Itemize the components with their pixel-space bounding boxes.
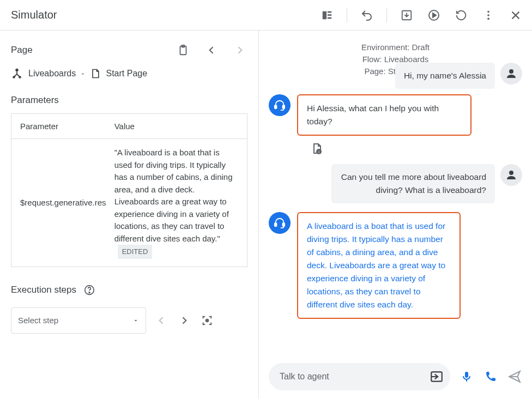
- edited-chip: EDITED: [118, 245, 153, 259]
- clipboard-icon[interactable]: [176, 43, 191, 58]
- breadcrumb-flow[interactable]: Liveaboards: [28, 69, 76, 78]
- svg-rect-3: [328, 17, 331, 19]
- agent-message-row: A liveaboard is a boat that is used for …: [269, 212, 522, 319]
- focus-icon[interactable]: [200, 313, 215, 328]
- submit-icon[interactable]: [430, 370, 444, 384]
- phone-icon[interactable]: [483, 369, 498, 384]
- svg-point-16: [206, 319, 209, 322]
- breadcrumb: Liveaboards - Start Page: [11, 68, 247, 80]
- user-message-row: Hi, my name's Alessia: [269, 63, 522, 89]
- agent-avatar: [269, 212, 291, 234]
- svg-point-6: [487, 10, 489, 13]
- param-value-cell: "A liveaboard is a boat that is used for…: [106, 139, 247, 267]
- agent-bubble: A liveaboard is a boat that is used for …: [297, 212, 461, 319]
- param-name-cell: $request.generative.res: [11, 139, 106, 267]
- col-value: Value: [106, 114, 247, 139]
- svg-rect-26: [465, 372, 468, 378]
- parameters-heading: Parameters: [11, 95, 247, 106]
- svg-point-13: [19, 76, 21, 78]
- agent-bubble: Hi Alessia, what can I help you with tod…: [297, 94, 471, 136]
- page-icon: [90, 68, 101, 79]
- user-bubble: Hi, my name's Alessia: [395, 63, 495, 89]
- svg-rect-24: [283, 223, 285, 226]
- svg-point-8: [487, 17, 489, 20]
- svg-rect-19: [283, 105, 285, 108]
- breadcrumb-page[interactable]: Start Page: [106, 69, 148, 78]
- divider: [347, 8, 347, 23]
- user-message-row: Can you tell me more about liveaboard di…: [269, 164, 522, 203]
- svg-point-17: [509, 69, 513, 74]
- page-heading: Page: [11, 45, 33, 56]
- chat-input-bar: Talk to agent: [259, 356, 532, 399]
- doc-icon[interactable]: i: [310, 142, 522, 155]
- left-panel: Page Liveaboards - Start: [0, 31, 259, 399]
- svg-rect-23: [275, 223, 277, 226]
- svg-point-7: [487, 14, 489, 16]
- chat-input-placeholder: Talk to agent: [280, 372, 329, 382]
- chat-input[interactable]: Talk to agent: [269, 363, 450, 390]
- play-icon[interactable]: [426, 8, 442, 23]
- env-line: Environment: Draft: [269, 41, 522, 53]
- table-row[interactable]: $request.generative.res "A liveaboard is…: [11, 139, 247, 267]
- user-bubble: Can you tell me more about liveaboard di…: [331, 164, 495, 203]
- select-step-dropdown[interactable]: Select step: [11, 307, 146, 334]
- breadcrumb-separator: -: [81, 69, 84, 78]
- next-page-icon[interactable]: [232, 43, 247, 58]
- more-icon[interactable]: [481, 8, 496, 23]
- param-value-text: "A liveaboard is a boat that is used for…: [114, 148, 233, 243]
- parameters-table: Parameter Value $request.generative.res …: [11, 113, 247, 267]
- undo-icon[interactable]: [359, 8, 374, 23]
- help-icon[interactable]: [82, 282, 97, 298]
- step-prev-icon[interactable]: [154, 313, 169, 328]
- select-step-label: Select step: [18, 316, 58, 325]
- save-icon[interactable]: [399, 8, 414, 23]
- user-avatar: [500, 164, 522, 186]
- svg-point-22: [509, 171, 513, 175]
- agent-avatar: [269, 94, 291, 116]
- flow-icon: [11, 68, 23, 80]
- svg-rect-2: [328, 14, 331, 16]
- svg-point-12: [13, 76, 15, 78]
- svg-rect-0: [323, 11, 327, 19]
- mic-icon[interactable]: [459, 369, 474, 384]
- execution-heading: Execution steps: [11, 285, 76, 295]
- panel-toggle-icon[interactable]: [319, 8, 335, 23]
- app-title: Simulator: [11, 9, 57, 21]
- chevron-down-icon: [132, 317, 139, 324]
- send-icon[interactable]: [507, 369, 522, 384]
- col-parameter: Parameter: [11, 114, 106, 139]
- divider: [386, 8, 387, 23]
- user-avatar: [500, 63, 522, 84]
- svg-rect-1: [328, 11, 331, 13]
- svg-rect-18: [275, 105, 277, 108]
- close-icon[interactable]: [508, 8, 523, 23]
- refresh-icon[interactable]: [454, 8, 469, 23]
- svg-point-11: [15, 69, 19, 71]
- header-actions: [319, 8, 523, 23]
- chat-panel: Environment: Draft Flow: Liveaboards Pag…: [259, 31, 532, 399]
- step-next-icon[interactable]: [177, 313, 192, 328]
- svg-point-15: [89, 292, 90, 293]
- prev-page-icon[interactable]: [204, 43, 219, 58]
- agent-message-row: Hi Alessia, what can I help you with tod…: [269, 94, 522, 136]
